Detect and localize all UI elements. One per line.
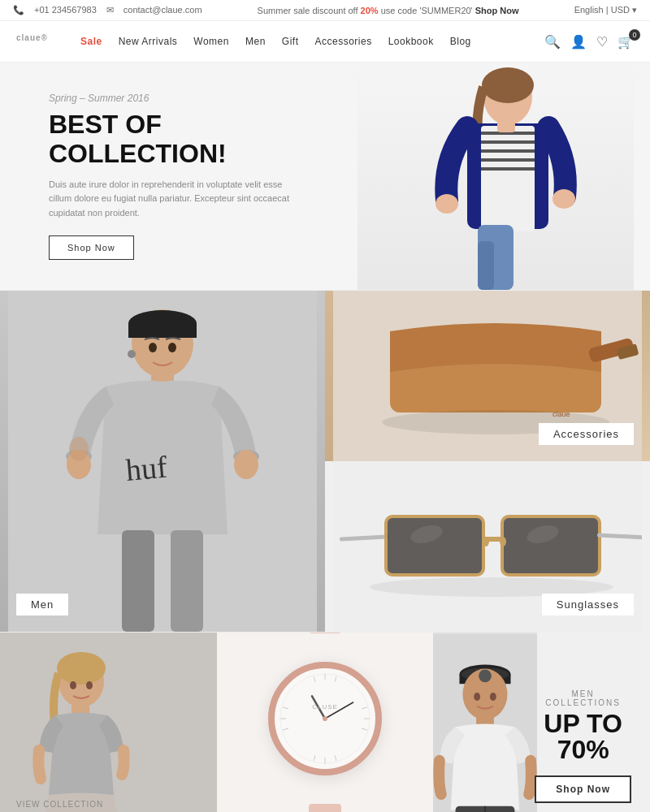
svg-line-62 xyxy=(362,727,367,732)
hero-shop-now-button[interactable]: Shop Now xyxy=(49,235,134,260)
user-icon[interactable]: 👤 xyxy=(570,34,587,50)
svg-rect-28 xyxy=(171,530,203,632)
svg-rect-7 xyxy=(481,158,535,162)
svg-point-24 xyxy=(234,450,258,479)
language-selector[interactable]: English xyxy=(574,5,604,15)
svg-point-19 xyxy=(128,350,136,358)
svg-rect-42 xyxy=(502,516,600,575)
search-icon[interactable]: 🔍 xyxy=(544,34,561,50)
promo-sub-label: MEN COLLECTIONS xyxy=(532,689,634,707)
nav-sale[interactable]: Sale xyxy=(80,36,102,47)
hero-banner: Spring – Summer 2016 BEST OF COLLECTION!… xyxy=(0,63,650,290)
logo-text: claue xyxy=(16,33,41,42)
currency-selector[interactable]: USD xyxy=(611,5,630,15)
svg-point-45 xyxy=(500,537,506,546)
svg-point-9 xyxy=(436,194,458,214)
svg-line-59 xyxy=(312,676,318,682)
svg-point-10 xyxy=(552,189,575,209)
nav-men[interactable]: Men xyxy=(245,36,266,47)
svg-point-26 xyxy=(69,437,89,461)
hero-season: Spring – Summer 2016 xyxy=(49,93,292,104)
promo-man-svg xyxy=(433,633,537,812)
top-bar-promo: Summer sale discount off 20% use code 'S… xyxy=(202,6,574,15)
nav-women[interactable]: Women xyxy=(193,36,229,47)
product-grid: huf Men xyxy=(0,290,650,632)
hero-content: Spring – Summer 2016 BEST OF COLLECTION!… xyxy=(0,63,341,290)
watch-face-svg: CLUSE xyxy=(275,668,375,769)
promo-code: use code 'SUMMER20' xyxy=(381,6,473,15)
nav-blog[interactable]: Blog xyxy=(450,36,471,47)
svg-rect-40 xyxy=(386,516,483,575)
svg-text:CLUSE: CLUSE xyxy=(312,703,338,710)
svg-line-65 xyxy=(283,727,288,732)
accessories-category-cell[interactable]: claue Accessories xyxy=(325,291,650,461)
svg-rect-14 xyxy=(497,118,515,132)
men-category-cell[interactable]: huf Men xyxy=(0,291,325,632)
watch-countdown-cell: CLUSE 230 days 12 hrs 56 xyxy=(217,633,434,812)
wishlist-icon[interactable]: ♡ xyxy=(596,34,608,50)
watch-image: CLUSE xyxy=(260,637,390,800)
lookbook-image xyxy=(0,633,217,812)
phone-icon xyxy=(13,5,24,15)
main-nav: Sale New Arrivals Women Men Gift Accesso… xyxy=(80,36,544,47)
svg-point-77 xyxy=(479,669,492,682)
svg-point-82 xyxy=(490,693,496,701)
top-bar-locale: English | USD ▾ xyxy=(574,5,637,15)
svg-point-44 xyxy=(483,537,489,546)
logo[interactable]: claue® xyxy=(16,31,48,52)
top-shop-now-link[interactable]: Shop Now xyxy=(475,6,519,15)
nav-accessories[interactable]: Accessories xyxy=(314,36,371,47)
svg-rect-13 xyxy=(496,241,512,290)
lookbook-content: VIEW COLLECTION LOOKBOOK 2016 say a worl… xyxy=(16,800,204,812)
svg-rect-27 xyxy=(122,530,154,632)
svg-point-81 xyxy=(474,693,481,701)
lookbook-sub-label: VIEW COLLECTION xyxy=(16,800,204,809)
men-figure-svg: huf xyxy=(8,291,317,632)
email-address: contact@claue.com xyxy=(124,5,202,15)
logo-sup: ® xyxy=(41,33,48,42)
hero-model-image xyxy=(358,63,634,290)
header: claue® Sale New Arrivals Women Men Gift … xyxy=(0,21,650,63)
lookbook-cell[interactable]: VIEW COLLECTION LOOKBOOK 2016 say a worl… xyxy=(0,633,217,812)
svg-text:huf: huf xyxy=(124,450,168,487)
sunglasses-category-cell[interactable]: Sunglasses xyxy=(325,461,650,632)
nav-new-arrivals[interactable]: New Arrivals xyxy=(119,36,178,47)
hero-description: Duis aute irure dolor in reprehenderit i… xyxy=(49,178,292,221)
hero-model-svg xyxy=(382,63,609,290)
nav-lookbook[interactable]: Lookbook xyxy=(388,36,434,47)
svg-point-29 xyxy=(149,343,157,352)
accessories-category-label[interactable]: Accessories xyxy=(539,423,634,445)
svg-line-60 xyxy=(333,676,339,682)
cart-icon[interactable]: 🛒0 xyxy=(618,34,634,50)
watch-strap-top xyxy=(309,633,341,633)
svg-point-69 xyxy=(323,716,327,721)
svg-line-66 xyxy=(283,706,288,711)
men-category-label[interactable]: Men xyxy=(16,594,68,615)
svg-point-30 xyxy=(168,343,176,352)
svg-point-53 xyxy=(70,681,76,689)
lookbook-title: LOOKBOOK 2016 xyxy=(16,809,204,812)
men-category-image: huf xyxy=(0,291,325,632)
promo-cell: MEN COLLECTIONS UP TO 70% Shop Now xyxy=(433,633,650,812)
bottom-grid: VIEW COLLECTION LOOKBOOK 2016 say a worl… xyxy=(0,632,650,812)
cart-count: 0 xyxy=(629,29,640,41)
svg-rect-18 xyxy=(128,323,197,338)
promo-text: Summer sale discount off xyxy=(258,6,358,15)
sunglasses-category-label[interactable]: Sunglasses xyxy=(542,594,634,615)
top-bar-contact: +01 234567983 contact@claue.com xyxy=(13,5,202,15)
promo-content: MEN COLLECTIONS UP TO 70% Shop Now xyxy=(532,689,634,803)
svg-point-54 xyxy=(86,681,93,689)
watch-strap-bottom xyxy=(309,804,341,812)
nav-gift[interactable]: Gift xyxy=(282,36,299,47)
svg-rect-12 xyxy=(478,241,494,290)
top-bar: +01 234567983 contact@claue.com Summer s… xyxy=(0,0,650,21)
svg-rect-5 xyxy=(481,140,535,144)
promo-image xyxy=(433,633,537,812)
svg-rect-8 xyxy=(481,167,535,171)
email-icon xyxy=(106,5,114,15)
svg-line-64 xyxy=(312,755,318,761)
watch-face: CLUSE xyxy=(268,662,382,775)
svg-line-63 xyxy=(333,755,339,761)
promo-shop-now-button[interactable]: Shop Now xyxy=(535,775,631,803)
header-icons: 🔍 👤 ♡ 🛒0 xyxy=(544,34,634,50)
